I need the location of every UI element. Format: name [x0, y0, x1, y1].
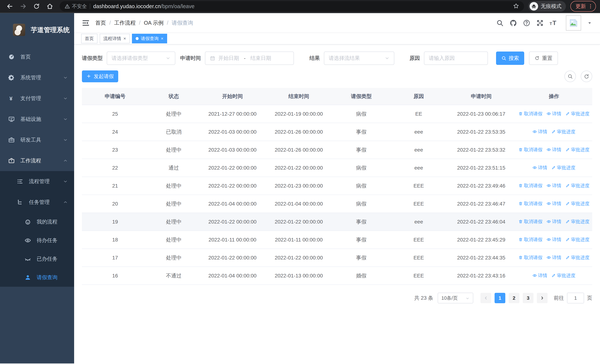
- detail-action-link[interactable]: 详情: [532, 272, 547, 279]
- sidebar-item-2[interactable]: 系统管理: [0, 67, 74, 88]
- progress-action-link[interactable]: 审批进度: [565, 236, 590, 243]
- progress-action-link[interactable]: 审批进度: [565, 201, 590, 207]
- cancel-action-link[interactable]: 取消请假: [518, 111, 542, 117]
- reason-input[interactable]: 请输入原因: [424, 52, 488, 65]
- breadcrumb-separator: /: [109, 20, 111, 26]
- address-bar[interactable]: 不安全 dashboard.yudao.iocoder.cn/bpm/oa/le…: [60, 1, 524, 11]
- sidebar-item-10[interactable]: 待办任务: [0, 231, 74, 250]
- prev-page-button[interactable]: [480, 293, 491, 303]
- fullscreen-button[interactable]: [536, 19, 544, 27]
- eye-icon: [546, 201, 551, 206]
- sidebar-item-12[interactable]: 请假查询: [0, 268, 74, 287]
- update-label: 更新: [576, 3, 586, 10]
- page-header: 首页/工作流程/OA 示例/请假查询 TT: [74, 13, 600, 33]
- star-icon: [514, 4, 518, 8]
- page-size-select[interactable]: 10条/页: [438, 293, 473, 303]
- detail-action-link[interactable]: 详情: [546, 218, 561, 225]
- progress-action-link[interactable]: 审批进度: [565, 254, 590, 261]
- refresh-table-button[interactable]: [581, 71, 592, 82]
- apply-time-range-picker[interactable]: 开始日期 - 结束日期: [205, 52, 294, 65]
- detail-action-link[interactable]: 详情: [546, 201, 561, 207]
- progress-action-link[interactable]: 审批进度: [565, 111, 590, 117]
- search-button[interactable]: 搜索: [496, 52, 524, 65]
- sidebar-item-7[interactable]: 流程管理: [0, 171, 74, 192]
- close-tab-icon[interactable]: ×: [161, 36, 163, 41]
- filter-form: 请假类型 请选择请假类型 申请时间 开始日期 - 结束日期: [82, 52, 592, 65]
- sidebar-collapse-button[interactable]: [82, 19, 90, 27]
- user-menu-caret[interactable]: [587, 20, 592, 26]
- incognito-badge: 无痕模式: [528, 1, 566, 12]
- cancel-action-link[interactable]: 取消请假: [518, 254, 542, 261]
- create-leave-button[interactable]: 发起请假: [82, 70, 118, 82]
- breadcrumb-item-1[interactable]: 首页: [95, 19, 106, 27]
- breadcrumb-item-3[interactable]: OA 示例: [144, 19, 163, 27]
- cancel-action-link[interactable]: 取消请假: [518, 236, 542, 243]
- cancel-action-link[interactable]: 取消请假: [518, 147, 542, 153]
- next-page-button[interactable]: [537, 293, 548, 303]
- bookmark-star-button[interactable]: [513, 3, 519, 10]
- search-icon: [567, 74, 573, 79]
- sidebar-item-5[interactable]: 研发工具: [0, 130, 74, 150]
- font-size-button[interactable]: TT: [550, 19, 557, 27]
- view-tab-1[interactable]: 首页: [81, 34, 97, 43]
- browser-update-menu-button[interactable]: 更新: [570, 1, 596, 12]
- browser-forward-button[interactable]: [18, 0, 29, 12]
- view-tab-2[interactable]: 流程详情×: [100, 34, 130, 43]
- browser-home-button[interactable]: [44, 0, 56, 12]
- sidebar-item-9[interactable]: 我的流程: [0, 213, 74, 231]
- sidebar-item-1[interactable]: 首页: [0, 47, 74, 67]
- detail-action-link[interactable]: 详情: [532, 129, 547, 135]
- flow-list-icon: [17, 178, 23, 185]
- page-button-2[interactable]: 2: [509, 293, 519, 303]
- breadcrumb-item-2[interactable]: 工作流程: [114, 19, 136, 27]
- pen-icon: [565, 219, 570, 224]
- sidebar-item-11[interactable]: 已办任务: [0, 250, 74, 268]
- result-select[interactable]: 请选择流结果: [324, 52, 394, 65]
- table-row: 18处理中2022-01-11 00:00:002022-01-11 00:00…: [82, 231, 592, 249]
- detail-action-link[interactable]: 详情: [532, 165, 547, 171]
- security-status[interactable]: 不安全: [65, 3, 87, 10]
- goto-label: 前往: [554, 295, 564, 301]
- progress-action-link[interactable]: 审批进度: [565, 147, 590, 153]
- reset-button[interactable]: 重置: [529, 52, 558, 65]
- progress-action-link[interactable]: 审批进度: [565, 183, 590, 189]
- browser-back-button[interactable]: [4, 0, 16, 12]
- cancel-action-link[interactable]: 取消请假: [518, 218, 542, 225]
- header-search-button[interactable]: [496, 19, 504, 27]
- sidebar-item-4[interactable]: 基础设施: [0, 109, 74, 130]
- page-button-3[interactable]: 3: [523, 293, 534, 303]
- progress-action-link[interactable]: 审批进度: [565, 218, 590, 225]
- sidebar-item-6[interactable]: 工作流程: [0, 150, 74, 171]
- table-row: 19处理中2022-01-22 00:00:002022-01-22 00:00…: [82, 213, 592, 231]
- github-link-button[interactable]: [510, 19, 517, 27]
- url-text: dashboard.yudao.iocoder.cn/bpm/oa/leave: [93, 3, 195, 9]
- trash-icon: [518, 201, 523, 206]
- toggle-search-button[interactable]: [564, 71, 576, 82]
- detail-action-link[interactable]: 详情: [546, 236, 561, 243]
- browser-reload-button[interactable]: [31, 0, 42, 12]
- incognito-icon: [530, 2, 538, 10]
- progress-action-link[interactable]: 审批进度: [551, 129, 575, 135]
- cancel-action-link[interactable]: 取消请假: [518, 201, 542, 207]
- goto-page-input[interactable]: [567, 293, 584, 303]
- page-content: 请假类型 请选择请假类型 申请时间 开始日期 - 结束日期: [74, 45, 600, 364]
- detail-action-link[interactable]: 详情: [546, 183, 561, 189]
- end-date-placeholder: 结束日期: [250, 55, 271, 62]
- table-header-row: 申请编号状态开始时间结束时间请假类型原因申请时间操作: [82, 88, 592, 105]
- sidebar-item-3[interactable]: ¥支付管理: [0, 88, 74, 109]
- detail-action-link[interactable]: 详情: [546, 147, 561, 153]
- progress-action-link[interactable]: 审批进度: [551, 272, 575, 279]
- help-button[interactable]: [523, 19, 530, 27]
- progress-action-link[interactable]: 审批进度: [551, 165, 575, 171]
- avatar[interactable]: [566, 15, 581, 31]
- detail-action-link[interactable]: 详情: [546, 111, 561, 117]
- detail-action-link[interactable]: 详情: [546, 254, 561, 261]
- column-header: 操作: [516, 88, 592, 105]
- sidebar-item-8[interactable]: 任务管理: [0, 192, 74, 213]
- page-button-1[interactable]: 1: [495, 293, 505, 303]
- cancel-action-link[interactable]: 取消请假: [518, 183, 542, 189]
- view-tab-3[interactable]: 请假查询×: [132, 34, 167, 43]
- close-tab-icon[interactable]: ×: [123, 36, 126, 41]
- trash-icon: [518, 147, 523, 152]
- leave-type-select[interactable]: 请选择请假类型: [107, 52, 175, 65]
